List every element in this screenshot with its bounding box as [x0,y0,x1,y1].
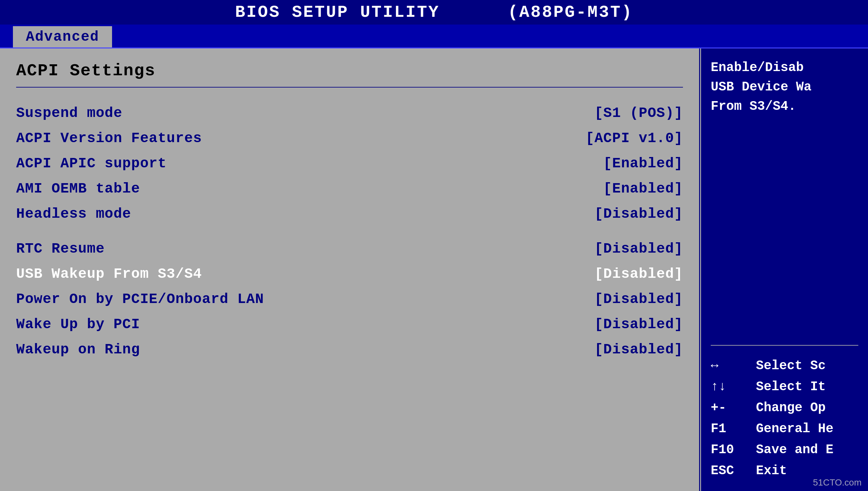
header-bar: BIOS SETUP UTILITY (A88PG-M3T) [0,0,868,26]
key-symbol: ESC [711,464,749,478]
setting-value: [Disabled] [595,266,683,282]
setting-value: [Enabled] [603,155,683,172]
section-divider [16,87,683,88]
bios-title: BIOS SETUP UTILITY (A88PG-M3T) [19,3,849,22]
setting-row[interactable]: ACPI APIC support[Enabled] [16,151,683,176]
setting-value: [Disabled] [595,241,683,257]
main-container: ACPI Settings Suspend mode[S1 (POS)]ACPI… [0,49,868,491]
setting-value: [Disabled] [595,341,683,357]
setting-value: [Enabled] [603,180,683,197]
bios-title-text: BIOS SETUP UTILITY [235,3,440,22]
key-desc: Save and E [756,442,833,457]
settings-group-2: RTC Resume[Disabled]USB Wakeup From S3/S… [16,236,683,362]
setting-label: Headless mode [16,206,131,222]
setting-label: ACPI Version Features [16,130,202,146]
setting-label: Wakeup on Ring [16,341,140,357]
group-spacer [16,226,683,236]
setting-value: [Disabled] [595,206,683,222]
help-line2: USB Device Wa [711,80,811,94]
key-symbol: F1 [711,422,749,436]
right-panel: Enable/Disab USB Device Wa From S3/S4. ↔… [700,49,868,491]
setting-label: Wake Up by PCI [16,316,140,333]
setting-row[interactable]: Headless mode[Disabled] [16,201,683,226]
setting-label: Suspend mode [16,105,122,121]
key-row: F1General He [711,418,858,439]
setting-row[interactable]: RTC Resume[Disabled] [16,236,683,261]
setting-value: [ACPI v1.0] [586,130,683,146]
help-text: Enable/Disab USB Device Wa From S3/S4. [711,58,858,116]
setting-value: [Disabled] [595,291,683,307]
setting-label: RTC Resume [16,241,104,257]
setting-value: [Disabled] [595,316,683,333]
setting-row[interactable]: AMI OEMB table[Enabled] [16,176,683,201]
key-desc: General He [756,422,833,436]
tab-advanced[interactable]: Advanced [13,26,112,48]
key-symbol: ↑↓ [711,380,749,394]
key-symbol: +- [711,401,749,415]
key-desc: Select It [756,380,826,394]
key-symbol: F10 [711,442,749,457]
setting-row[interactable]: Wakeup on Ring[Disabled] [16,337,683,362]
setting-row[interactable]: Suspend mode[S1 (POS)] [16,100,683,126]
tab-bar: Advanced [0,26,868,49]
section-title: ACPI Settings [16,61,683,81]
help-line3: From S3/S4. [711,99,796,114]
key-row: ↑↓Select It [711,376,858,397]
setting-row[interactable]: Wake Up by PCI[Disabled] [16,312,683,337]
key-help-section: ↔Select Sc↑↓Select It+-Change OpF1Genera… [711,345,858,481]
bios-model-text: (A88PG-M3T) [508,3,633,22]
key-row: +-Change Op [711,397,858,418]
setting-label: AMI OEMB table [16,180,140,197]
setting-label: ACPI APIC support [16,155,167,172]
setting-row[interactable]: ACPI Version Features[ACPI v1.0] [16,126,683,151]
key-row: F10Save and E [711,439,858,460]
key-desc: Change Op [756,401,826,415]
setting-row[interactable]: USB Wakeup From S3/S4[Disabled] [16,261,683,287]
setting-label: Power On by PCIE/Onboard LAN [16,291,264,307]
settings-group-1: Suspend mode[S1 (POS)]ACPI Version Featu… [16,100,683,226]
help-line1: Enable/Disab [711,60,804,75]
setting-row[interactable]: Power On by PCIE/Onboard LAN[Disabled] [16,287,683,312]
left-panel: ACPI Settings Suspend mode[S1 (POS)]ACPI… [0,49,700,491]
key-desc: Select Sc [756,358,826,373]
watermark: 51CTO.com [813,478,862,488]
key-desc: Exit [756,464,787,478]
setting-value: [S1 (POS)] [595,105,683,121]
key-symbol: ↔ [711,358,749,373]
setting-label: USB Wakeup From S3/S4 [16,266,202,282]
key-row: ↔Select Sc [711,355,858,376]
